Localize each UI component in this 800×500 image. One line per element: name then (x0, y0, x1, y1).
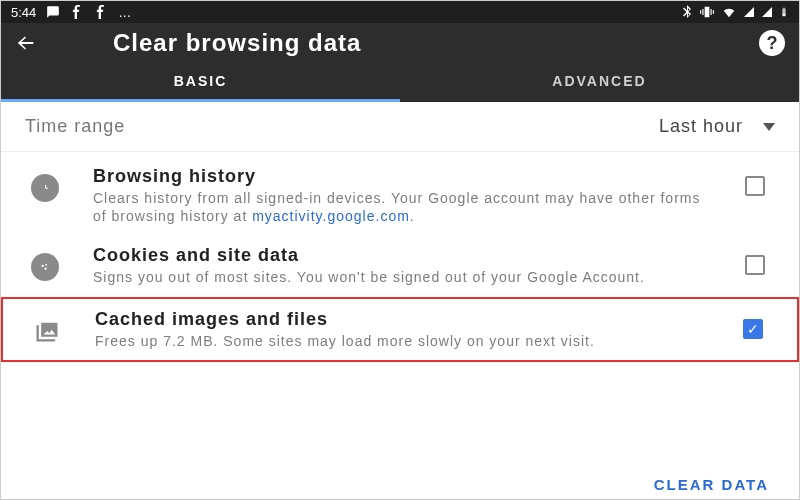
tabs: BASIC ADVANCED (1, 63, 799, 102)
facebook-icon (70, 5, 84, 19)
history-icon (31, 174, 59, 202)
clear-data-button[interactable]: CLEAR DATA (654, 476, 769, 493)
tab-advanced[interactable]: ADVANCED (400, 63, 799, 102)
option-title: Cookies and site data (93, 245, 707, 266)
vibrate-icon (699, 5, 715, 19)
battery-icon (779, 5, 789, 19)
wifi-icon (721, 5, 737, 19)
time-range-row[interactable]: Time range Last hour (1, 102, 799, 152)
option-description: Frees up 7.2 MB. Some sites may load mor… (95, 332, 705, 350)
checkbox-cached-files[interactable]: ✓ (743, 319, 763, 339)
back-button[interactable] (15, 32, 43, 54)
option-browsing-history[interactable]: Browsing history Clears history from all… (1, 156, 799, 235)
svg-point-3 (44, 268, 46, 270)
time-range-value: Last hour (659, 116, 743, 137)
signal-icon (743, 5, 755, 19)
checkbox-browsing-history[interactable] (745, 176, 765, 196)
checkbox-cookies[interactable] (745, 255, 765, 275)
myactivity-link[interactable]: myactivity.google.com (252, 208, 410, 224)
status-time: 5:44 (11, 5, 36, 20)
option-cookies[interactable]: Cookies and site data Signs you out of m… (1, 235, 799, 296)
help-button[interactable]: ? (759, 30, 785, 56)
option-title: Browsing history (93, 166, 707, 187)
facebook-icon (94, 5, 108, 19)
tab-basic[interactable]: BASIC (1, 63, 400, 102)
app-bar: Clear browsing data ? (1, 23, 799, 63)
svg-point-1 (42, 265, 44, 267)
bluetooth-icon (681, 5, 693, 19)
svg-point-2 (45, 264, 47, 266)
time-range-label: Time range (25, 116, 125, 137)
option-title: Cached images and files (95, 309, 705, 330)
page-title: Clear browsing data (43, 29, 759, 57)
signal-icon (761, 5, 773, 19)
more-icon: … (118, 5, 131, 20)
chat-icon (46, 5, 60, 19)
cookie-icon (31, 253, 59, 281)
chevron-down-icon (763, 123, 775, 131)
svg-rect-0 (783, 14, 786, 16)
image-icon (33, 317, 61, 345)
option-description: Clears history from all signed-in device… (93, 189, 707, 225)
status-bar: 5:44 … (1, 1, 799, 23)
option-cached-files[interactable]: Cached images and files Frees up 7.2 MB.… (1, 297, 799, 362)
option-description: Signs you out of most sites. You won't b… (93, 268, 707, 286)
